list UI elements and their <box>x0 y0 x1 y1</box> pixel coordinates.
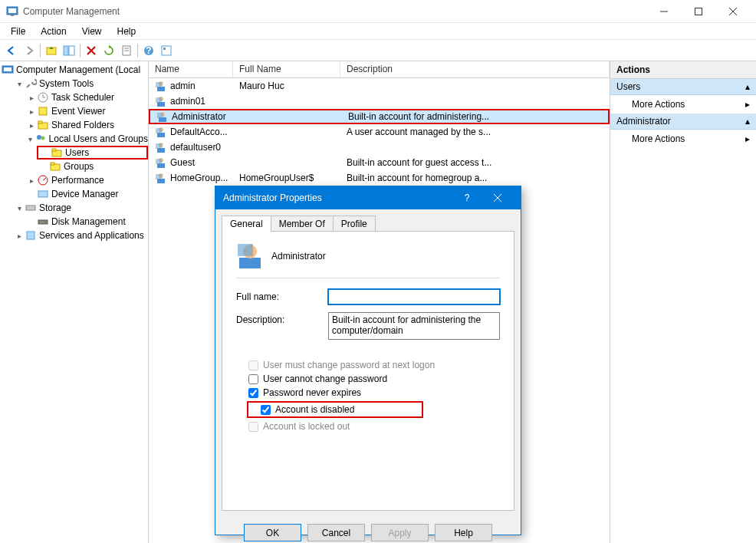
tree-local-users-groups[interactable]: ▾Local Users and Groups <box>25 132 148 146</box>
menu-action[interactable]: Action <box>33 25 74 38</box>
full-name-input[interactable] <box>328 289 500 304</box>
export-button[interactable] <box>118 42 135 59</box>
chevron-right-icon[interactable]: ▸ <box>14 232 25 240</box>
maximize-button[interactable] <box>681 0 715 23</box>
tree-device-manager[interactable]: Device Manager <box>25 187 148 201</box>
tree-services-apps[interactable]: ▸Services and Applications <box>12 229 148 242</box>
tree-disk-management[interactable]: Disk Management <box>25 215 148 229</box>
folder-icon <box>37 119 49 131</box>
dialog-close-button[interactable] <box>482 186 513 209</box>
svg-rect-30 <box>52 149 56 151</box>
actions-button[interactable] <box>158 42 175 59</box>
user-row[interactable]: AdministratorBuilt-in account for admini… <box>149 109 610 124</box>
cancel-button[interactable]: Cancel <box>307 524 365 541</box>
delete-button[interactable] <box>83 42 100 59</box>
svg-rect-36 <box>26 206 35 210</box>
tree-root[interactable]: Computer Management (Local <box>0 63 148 77</box>
close-button[interactable] <box>715 0 750 23</box>
svg-rect-54 <box>156 143 162 149</box>
window-title: Computer Management <box>23 6 646 17</box>
dialog-help-button[interactable]: ? <box>452 186 482 209</box>
svg-rect-51 <box>156 128 162 133</box>
separator <box>80 44 81 58</box>
refresh-button[interactable] <box>100 42 117 59</box>
users-icon <box>35 133 47 145</box>
column-description[interactable]: Description <box>340 61 610 77</box>
chevron-right-icon[interactable]: ▸ <box>26 121 37 130</box>
folder-icon <box>51 146 63 159</box>
user-avatar-icon <box>236 242 264 270</box>
actions-more-users[interactable]: More Actions▸ <box>610 95 756 114</box>
dialog-title: Administrator Properties <box>223 193 452 203</box>
back-button[interactable] <box>3 42 20 59</box>
svg-rect-39 <box>27 232 35 239</box>
description-input[interactable]: Built-in account for administering the c… <box>328 312 500 340</box>
tab-profile[interactable]: Profile <box>333 216 376 232</box>
user-row[interactable]: defaultuser0 <box>149 140 610 155</box>
tree-performance[interactable]: ▸Performance <box>25 173 148 187</box>
svg-rect-45 <box>156 97 162 103</box>
storage-icon <box>25 202 37 214</box>
checkbox-account-disabled[interactable]: Account is disabled <box>247 401 423 418</box>
menubar: File Action View Help <box>0 23 756 40</box>
svg-rect-4 <box>695 8 702 15</box>
actions-more-administrator[interactable]: More Actions▸ <box>610 130 756 148</box>
svg-rect-2 <box>11 15 14 16</box>
chevron-right-icon[interactable]: ▸ <box>26 176 37 185</box>
svg-rect-1 <box>8 8 16 13</box>
chevron-down-icon[interactable]: ▾ <box>14 204 25 212</box>
dialog-user-name: Administrator <box>271 251 326 262</box>
tools-icon <box>25 77 37 90</box>
full-name-label: Full name: <box>236 289 328 302</box>
user-row[interactable]: GuestBuilt-in account for guest access t… <box>149 155 610 170</box>
column-fullname[interactable]: Full Name <box>233 61 340 77</box>
checkbox-password-never-expires[interactable]: Password never expires <box>248 387 500 398</box>
tab-member-of[interactable]: Member Of <box>271 216 334 232</box>
user-row[interactable]: adminMauro Huc <box>149 78 610 94</box>
up-button[interactable] <box>43 42 60 59</box>
chevron-right-icon[interactable]: ▸ <box>26 107 37 116</box>
column-name[interactable]: Name <box>149 61 233 77</box>
tree-event-viewer[interactable]: ▸Event Viewer <box>25 104 148 118</box>
actions-header: Actions <box>610 61 756 79</box>
checkbox-must-change-password: User must change password at next logon <box>248 360 500 370</box>
description-label: Description: <box>236 312 328 325</box>
show-hide-button[interactable] <box>61 42 77 59</box>
help-button[interactable]: ? <box>140 42 157 59</box>
tab-general[interactable]: General <box>222 216 271 232</box>
forward-button[interactable] <box>21 42 38 59</box>
tree-pane[interactable]: Computer Management (Local ▾ System Tool… <box>0 61 149 543</box>
tree-task-scheduler[interactable]: ▸Task Scheduler <box>25 90 148 104</box>
minimize-button[interactable] <box>646 0 681 23</box>
list-body[interactable]: adminMauro Hucadmin01AdministratorBuilt-… <box>149 78 610 186</box>
chevron-right-icon[interactable]: ▸ <box>26 94 37 102</box>
user-row[interactable]: HomeGroup...HomeGroupUser$Built-in accou… <box>149 170 610 186</box>
user-icon <box>155 126 167 138</box>
svg-rect-24 <box>39 107 47 115</box>
svg-rect-35 <box>38 191 48 197</box>
tree-shared-folders[interactable]: ▸Shared Folders <box>25 118 148 132</box>
tree-system-tools[interactable]: ▾ System Tools <box>12 77 148 90</box>
apply-button[interactable]: Apply <box>371 524 429 541</box>
chevron-down-icon[interactable]: ▾ <box>26 135 35 143</box>
checkbox-cannot-change-password[interactable]: User cannot change password <box>248 374 500 384</box>
ok-button[interactable]: OK <box>244 524 301 541</box>
chevron-down-icon[interactable]: ▾ <box>14 80 25 88</box>
properties-dialog: Administrator Properties ? General Membe… <box>215 186 521 535</box>
tree-users[interactable]: Users <box>37 146 148 160</box>
svg-rect-60 <box>156 174 162 179</box>
tree-storage[interactable]: ▾Storage <box>12 201 148 215</box>
menu-help[interactable]: Help <box>110 25 144 38</box>
menu-file[interactable]: File <box>3 25 33 38</box>
tree-groups[interactable]: Groups <box>37 160 148 173</box>
user-row[interactable]: admin01 <box>149 94 610 109</box>
menu-view[interactable]: View <box>74 25 110 38</box>
actions-section-users[interactable]: Users▴ <box>610 79 756 95</box>
performance-icon <box>37 174 49 186</box>
svg-rect-48 <box>157 113 163 118</box>
actions-section-administrator[interactable]: Administrator▴ <box>610 114 756 130</box>
user-row[interactable]: DefaultAcco...A user account managed by … <box>149 124 610 140</box>
dialog-titlebar[interactable]: Administrator Properties ? <box>215 186 521 209</box>
svg-rect-37 <box>38 220 48 224</box>
help-button[interactable]: Help <box>435 524 492 541</box>
